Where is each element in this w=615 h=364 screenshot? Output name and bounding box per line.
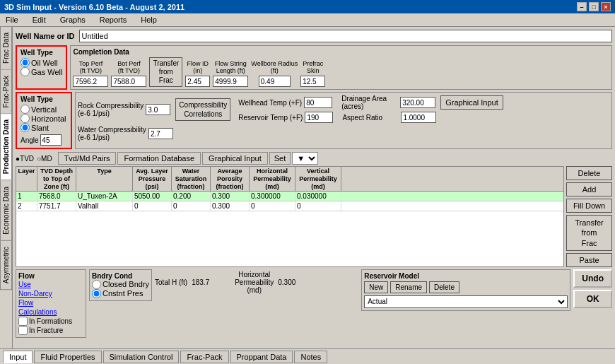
btab-fluid-properties[interactable]: Fluid Properties (34, 351, 101, 363)
total-h-value: 183.7 (192, 278, 209, 286)
aspect-ratio-input[interactable] (401, 112, 436, 123)
menu-edit[interactable]: Edit (30, 15, 49, 25)
wellhead-temp-input[interactable] (304, 97, 332, 108)
graphical-input-button[interactable]: Graphical Input (440, 95, 503, 110)
drainage-area-input[interactable] (400, 97, 435, 108)
closed-bndry-radio[interactable] (92, 280, 101, 289)
col-avg-por: AveragePorosity(fraction) (211, 167, 250, 191)
reservoir-model-rename-button[interactable]: Rename (390, 281, 427, 293)
wellbore-radius-field: Wellbore Radius(ft) (251, 61, 298, 87)
window-title-bar: 3D Sim Input - Version 6.10 Beta - Augus… (0, 0, 615, 13)
in-fracture-checkbox[interactable] (18, 326, 28, 335)
ok-button[interactable]: OK (573, 290, 612, 308)
slant-radio[interactable] (20, 123, 30, 132)
col-avg-press: Avg. LayerPressure(psi) (133, 167, 172, 191)
undo-button[interactable]: Undo (573, 269, 612, 288)
col-v-perm: VerticalPermeability(md) (295, 167, 341, 191)
well-type2-label: Well Type (20, 95, 67, 103)
constnt-pres-radio[interactable] (92, 289, 101, 298)
menu-reports[interactable]: Reports (97, 15, 130, 25)
transfer-from-frac-col: TransferfromFrac (149, 57, 182, 87)
flow-title: Flow (18, 272, 83, 280)
paste-button[interactable]: Paste (566, 253, 612, 267)
well-name-input[interactable] (79, 30, 612, 42)
comp-correlations-button[interactable]: CompressibilityCorrelations (175, 98, 230, 121)
tab-economic-data[interactable]: Economic Data (0, 181, 12, 241)
btab-frac-pack[interactable]: Frac-Pack (180, 351, 228, 363)
angle-input[interactable] (40, 134, 62, 146)
col-layer: Layer (16, 167, 37, 191)
table-row[interactable]: 2 7751.7 Valhall 0 0 0.300 0 0 (16, 201, 563, 211)
transfer-from-frac-button[interactable]: TransferfromFrac (149, 57, 182, 87)
closed-bndry-row[interactable]: Closed Bndry (92, 280, 149, 289)
minimize-button[interactable]: – (577, 2, 587, 11)
wellhead-temp-row: Wellhead Temp (+F) Drainage Area(acres) … (238, 95, 503, 110)
oil-well-radio-row[interactable]: Oil Well (20, 58, 62, 67)
bottom-section: Flow UseNon-DarcyFlowCalculations In For… (16, 269, 612, 338)
bot-perf-input[interactable] (111, 76, 146, 87)
cell-avg-por-1: 0.300 (211, 192, 250, 201)
non-darcy-link[interactable]: UseNon-DarcyFlowCalculations (18, 280, 83, 317)
graphical-input-tab-button[interactable]: Graphical Input (202, 152, 268, 165)
reservoir-model-select[interactable]: Actual (364, 295, 568, 308)
water-comp-label: Water Compressibility(e-6 1/psi) (78, 126, 146, 141)
menu-graphs[interactable]: Graphs (57, 15, 88, 25)
wellbore-radius-input[interactable] (259, 76, 291, 87)
set-dropdown[interactable]: ▼ (292, 152, 318, 165)
constnt-pres-row[interactable]: Cnstnt Pres (92, 289, 149, 298)
in-formations-checkbox[interactable] (18, 317, 28, 326)
menu-file[interactable]: File (3, 15, 21, 25)
water-comp-row: Water Compressibility(e-6 1/psi) (78, 126, 609, 141)
table-row[interactable]: 1 7568.0 U_Tuxen-2A 5050.00 0.200 0.300 … (16, 192, 563, 201)
set-button[interactable]: Set (269, 152, 291, 165)
flow-id-input[interactable] (185, 76, 210, 87)
in-fracture-row[interactable]: In Fracture (18, 326, 83, 335)
transfer-frac-button[interactable]: TransferfromFrac (566, 215, 612, 251)
delete-button[interactable]: Delete (566, 166, 612, 180)
prefrac-skin-field: PrefracSkin (300, 61, 325, 87)
tab-frac-pack[interactable]: Frac-Pack (0, 70, 12, 115)
formation-database-button[interactable]: Formation Database (117, 152, 201, 165)
water-comp-input[interactable] (148, 128, 173, 139)
angle-box: Angle (20, 134, 67, 146)
gas-well-radio[interactable] (20, 67, 30, 76)
btab-notes[interactable]: Notes (294, 351, 327, 363)
wellhead-drainage-col: Wellhead Temp (+F) Drainage Area(acres) … (238, 95, 503, 124)
tvd-label: ●TVD (16, 155, 34, 163)
cell-type-1: U_Tuxen-2A (76, 192, 133, 201)
rock-comp-input[interactable] (146, 104, 170, 115)
slant-radio-row[interactable]: Slant (20, 123, 67, 132)
reservoir-temp-input[interactable] (305, 112, 333, 123)
cell-v-perm-1: 0.030000 (295, 192, 341, 201)
btab-simulation-control[interactable]: Simulation Control (103, 351, 180, 363)
btab-proppant-data[interactable]: Proppant Data (230, 351, 293, 363)
flow-string-input[interactable] (213, 76, 248, 87)
top-perf-label: Top Perf(ft TVD) (79, 61, 103, 75)
add-button[interactable]: Add (566, 182, 612, 196)
tab-frac-data[interactable]: Frac Data (0, 27, 12, 70)
flow-box: Flow UseNon-DarcyFlowCalculations In For… (16, 269, 86, 338)
prefrac-skin-input[interactable] (300, 76, 325, 87)
formation-table: Layer TVD Depthto Top ofZone (ft) Type A… (16, 166, 564, 267)
tab-asymmetric[interactable]: Asymmetric (0, 241, 12, 290)
gas-well-radio-row[interactable]: Gas Well (20, 67, 62, 76)
reservoir-model-new-button[interactable]: New (364, 281, 388, 293)
horizontal-radio[interactable] (20, 114, 30, 123)
top-perf-input[interactable] (73, 76, 108, 87)
tvd-md-pairs-button[interactable]: Tvd/Md Pairs (58, 152, 117, 165)
close-button[interactable]: × (601, 2, 611, 11)
well-type-box: Well Type Oil Well Gas Well (16, 45, 67, 90)
reservoir-model-delete-button[interactable]: Delete (429, 281, 459, 293)
tab-production-data[interactable]: Production Data (0, 114, 12, 180)
reservoir-model-box: Reservoir Model New Rename Delete Actual (361, 269, 570, 311)
vertical-radio[interactable] (20, 105, 30, 114)
maximize-button[interactable]: □ (589, 2, 599, 11)
menu-help[interactable]: Help (138, 15, 160, 25)
fill-down-button[interactable]: Fill Down (566, 199, 612, 213)
btab-input[interactable]: Input (3, 351, 33, 363)
horizontal-radio-row[interactable]: Horizontal (20, 114, 67, 123)
vertical-radio-row[interactable]: Vertical (20, 105, 67, 114)
in-formations-row[interactable]: In Formations (18, 317, 83, 326)
right-action-buttons: Delete Add Fill Down TransferfromFrac Pa… (566, 166, 612, 267)
oil-well-radio[interactable] (20, 58, 30, 67)
